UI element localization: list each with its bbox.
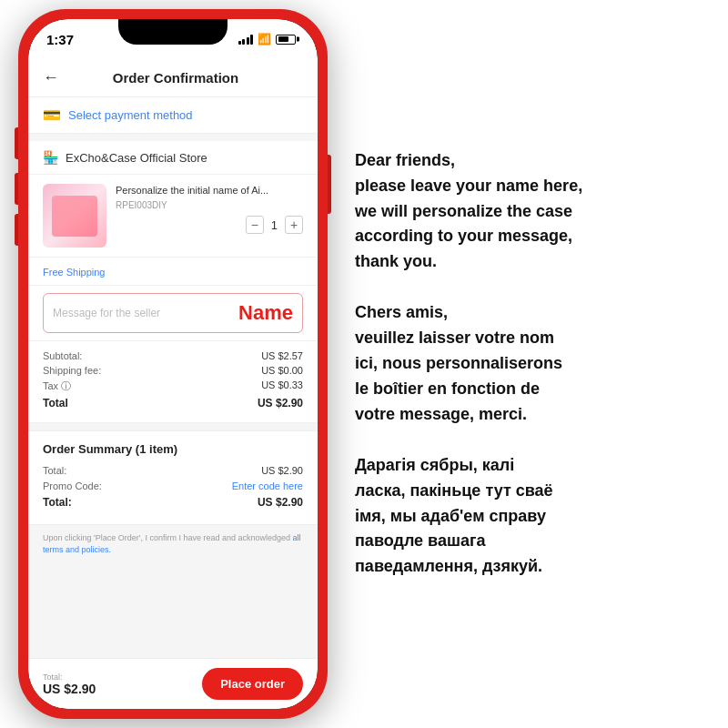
message-name-label: Name bbox=[238, 301, 293, 325]
payment-section[interactable]: 💳 Select payment method bbox=[28, 97, 318, 134]
instruction-panel: Dear friends, please leave your name her… bbox=[328, 130, 728, 598]
total-label: Total bbox=[43, 397, 68, 410]
app-content: ← Order Confirmation 💳 Select payment me… bbox=[28, 59, 318, 658]
total-row: Total US $2.90 bbox=[43, 397, 303, 410]
promo-code-link[interactable]: Enter code here bbox=[232, 480, 303, 491]
subtotal-label: Subtotal: bbox=[43, 350, 82, 361]
store-header: 🏪 ExCho&Case Official Store bbox=[28, 141, 318, 175]
summary-total-label: Total: bbox=[43, 465, 66, 476]
page-title: Order Confirmation bbox=[70, 70, 281, 86]
summary-promo-label: Promo Code: bbox=[43, 480, 102, 491]
phone-mockup: 1:37 📶 ← bbox=[18, 9, 328, 719]
bottom-bar: Total: US $2.90 Place order bbox=[28, 658, 318, 709]
payment-icon: 💳 bbox=[43, 106, 61, 124]
signal-icon bbox=[238, 35, 254, 45]
product-sku: RPEI003DIY bbox=[116, 200, 303, 210]
subtotal-row: Subtotal: US $2.57 bbox=[43, 350, 303, 361]
terms-text-content: Upon clicking 'Place Order', I confirm I… bbox=[43, 533, 293, 542]
status-time: 1:37 bbox=[46, 32, 74, 47]
terms-text: Upon clicking 'Place Order', I confirm I… bbox=[43, 532, 303, 555]
subtotal-value: US $2.57 bbox=[261, 350, 303, 361]
terms-section: Upon clicking 'Place Order', I confirm I… bbox=[28, 524, 318, 562]
product-row: Personalize the initial name of Ai... RP… bbox=[28, 175, 318, 258]
message-input-box[interactable]: Message for the seller Name bbox=[43, 293, 303, 333]
bottom-total-label: Total: bbox=[43, 672, 96, 682]
qty-increase-button[interactable]: + bbox=[285, 216, 303, 234]
battery-icon bbox=[276, 35, 296, 45]
shipping-fee-row: Shipping fee: US $0.00 bbox=[43, 365, 303, 376]
shipping-fee-value: US $0.00 bbox=[261, 365, 303, 376]
app-header: ← Order Confirmation bbox=[28, 59, 318, 97]
total-value: US $2.90 bbox=[258, 397, 303, 410]
product-info: Personalize the initial name of Ai... RP… bbox=[116, 184, 303, 234]
place-order-button[interactable]: Place order bbox=[202, 668, 303, 700]
message-placeholder: Message for the seller bbox=[53, 307, 231, 319]
order-summary-title: Order Summary (1 item) bbox=[43, 442, 303, 456]
back-button[interactable]: ← bbox=[43, 68, 59, 87]
shipping-row: Free Shipping bbox=[28, 258, 318, 286]
free-shipping-label: Free Shipping bbox=[43, 267, 106, 278]
summary-total-row: Total: US $2.90 bbox=[43, 465, 303, 476]
bottom-total-amount: US $2.90 bbox=[43, 682, 96, 696]
status-icons: 📶 bbox=[238, 33, 297, 46]
french-text: Chers amis, veuillez laisser votre nom i… bbox=[355, 300, 701, 427]
message-section: Message for the seller Name bbox=[28, 286, 318, 341]
product-qty-row: − 1 + bbox=[116, 216, 303, 234]
tax-label: Tax ⓘ bbox=[43, 379, 71, 393]
belarusian-text: Дарагія сябры, калі ласка, пакіньце тут … bbox=[355, 453, 701, 580]
wifi-icon: 📶 bbox=[258, 33, 271, 46]
final-total-label: Total: bbox=[43, 496, 72, 509]
tax-value: US $0.33 bbox=[261, 379, 303, 393]
qty-decrease-button[interactable]: − bbox=[246, 216, 264, 234]
tax-row: Tax ⓘ US $0.33 bbox=[43, 379, 303, 393]
english-text: Dear friends, please leave your name her… bbox=[355, 148, 701, 275]
store-section: 🏪 ExCho&Case Official Store Personalize … bbox=[28, 141, 318, 423]
payment-label: Select payment method bbox=[68, 108, 193, 122]
final-total-value: US $2.90 bbox=[258, 496, 303, 509]
shipping-fee-label: Shipping fee: bbox=[43, 365, 101, 376]
summary-final-row: Total: US $2.90 bbox=[43, 496, 303, 509]
product-name: Personalize the initial name of Ai... bbox=[116, 184, 303, 197]
pricing-section: Subtotal: US $2.57 Shipping fee: US $0.0… bbox=[28, 341, 318, 423]
store-icon: 🏪 bbox=[43, 150, 58, 165]
store-name: ExCho&Case Official Store bbox=[66, 151, 207, 165]
bottom-total-display: Total: US $2.90 bbox=[43, 672, 96, 696]
summary-promo-row: Promo Code: Enter code here bbox=[43, 480, 303, 491]
qty-value: 1 bbox=[271, 218, 278, 232]
summary-total-value: US $2.90 bbox=[261, 465, 303, 476]
product-image bbox=[43, 184, 106, 248]
order-summary: Order Summary (1 item) Total: US $2.90 P… bbox=[28, 430, 318, 524]
phone-notch bbox=[118, 19, 228, 45]
